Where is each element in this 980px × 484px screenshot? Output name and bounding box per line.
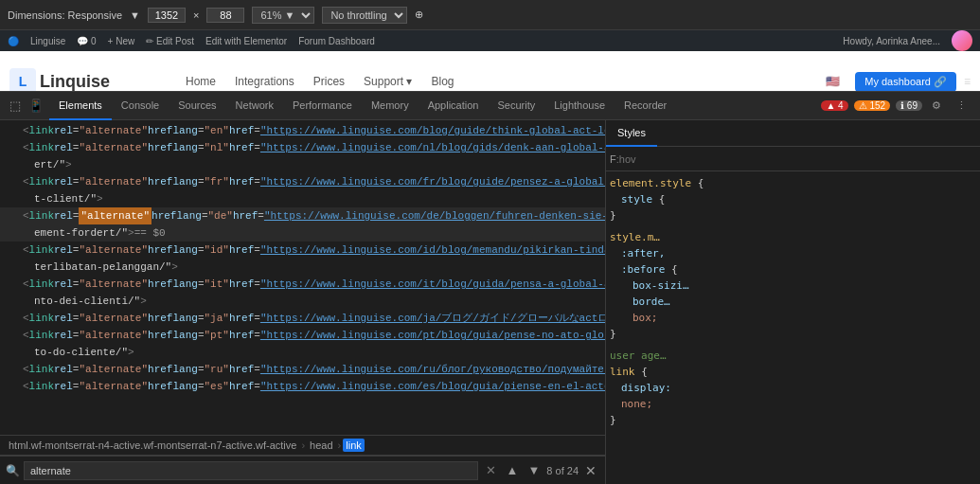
code-line: <link rel="alternate" hreflang="en" href… xyxy=(0,122,605,139)
tab-memory[interactable]: Memory xyxy=(362,92,419,120)
breadcrumb-html[interactable]: html.wf-montserrat-n4-active.wf-montserr… xyxy=(6,439,299,452)
breadcrumb-sep2: › xyxy=(338,439,342,451)
more-icon[interactable]: ⋮ xyxy=(951,98,972,114)
devtools-panel: ⬚ 📱 Elements Console Sources Network Per… xyxy=(0,92,980,484)
nav-prices[interactable]: Prices xyxy=(313,75,345,88)
breadcrumb-sep: › xyxy=(301,439,305,451)
settings-icon[interactable]: ⚙ xyxy=(926,98,947,114)
tab-elements[interactable]: Elements xyxy=(49,92,112,120)
code-content[interactable]: <link rel="alternate" hreflang="en" href… xyxy=(0,120,605,435)
elements-panel: <link rel="alternate" hreflang="en" href… xyxy=(0,120,606,484)
code-line: <link rel="alternate" hreflang="ru" href… xyxy=(0,361,605,378)
search-next-icon[interactable]: ▼ xyxy=(525,463,543,477)
error-count: ▲ 4 xyxy=(821,100,847,111)
tab-sources[interactable]: Sources xyxy=(169,92,225,120)
tab-security[interactable]: Security xyxy=(488,92,544,120)
tab-network[interactable]: Network xyxy=(226,92,283,120)
nav-integrations[interactable]: Integrations xyxy=(235,75,294,88)
tab-console[interactable]: Console xyxy=(112,92,169,120)
devtools-tab-bar: ⬚ 📱 Elements Console Sources Network Per… xyxy=(0,92,980,120)
dimensions-label: Dimensions: Responsive xyxy=(8,9,122,21)
preview-area: 🔵 Linguise 💬 0 + New ✏ Edit Post Edit wi… xyxy=(0,30,980,92)
wp-logo: 🔵 xyxy=(8,36,19,46)
search-icon: 🔍 xyxy=(6,464,20,477)
avatar xyxy=(952,30,972,51)
breadcrumb-head[interactable]: head xyxy=(307,439,335,452)
tab-styles[interactable]: Styles xyxy=(606,120,657,147)
code-line-highlight: ement-fordert/"> == $0 xyxy=(0,224,605,242)
search-clear-icon[interactable]: ✕ xyxy=(482,463,500,477)
wifi-icon: ⊕ xyxy=(415,9,423,21)
flag-icon: 🇺🇸 xyxy=(826,75,840,88)
code-line: ert/"> xyxy=(0,156,605,173)
logo-icon: L xyxy=(9,68,36,92)
search-result-count: 8 of 24 xyxy=(546,465,579,476)
breadcrumb-link[interactable]: link xyxy=(343,439,365,452)
code-line: <link rel="alternate" hreflang="it" href… xyxy=(0,276,605,293)
breadcrumb: html.wf-montserrat-n4-active.wf-montserr… xyxy=(0,435,605,456)
width-input[interactable] xyxy=(148,8,186,23)
devtools-tab-icons: ▲ 4 ⚠ 152 ℹ 69 ⚙ ⋮ xyxy=(819,98,976,114)
styles-filter-bar: F xyxy=(606,147,980,171)
x-sep: × xyxy=(193,9,199,21)
nav-home[interactable]: Home xyxy=(186,75,216,88)
site-preview: L Linquise Home Integrations Prices Supp… xyxy=(0,51,980,92)
code-line: <link rel="alternate" hreflang="ja" href… xyxy=(0,310,605,327)
tab-lighthouse[interactable]: Lighthouse xyxy=(544,92,615,120)
code-line: to-do-cliente/"> xyxy=(0,344,605,361)
code-line: <link rel="alternate" hreflang="id" href… xyxy=(0,242,605,259)
filter-icon: F xyxy=(610,153,616,165)
style-rule-after: style.m… :after, :before { box-sizi… bor… xyxy=(610,229,976,342)
throttle-select[interactable]: No throttling xyxy=(322,7,407,24)
code-line: terlibatan-pelanggan/"> xyxy=(0,259,605,276)
search-bar: 🔍 ✕ ▲ ▼ 8 of 24 ✕ xyxy=(0,456,605,484)
browser-toolbar: Dimensions: Responsive ▼ × 61% ▼ No thro… xyxy=(0,0,980,30)
styles-panel: Styles F element.style { style { } style… xyxy=(606,120,980,484)
tab-performance[interactable]: Performance xyxy=(283,92,362,120)
hamburger-icon: ≡ xyxy=(964,75,971,88)
devtools-body: <link rel="alternate" hreflang="en" href… xyxy=(0,120,980,484)
info-count: ℹ 69 xyxy=(896,100,922,111)
styles-filter-input[interactable] xyxy=(616,153,976,165)
code-line-highlight: <link rel="alternate" hreflang="de" href… xyxy=(0,207,605,224)
site-logo: L Linquise xyxy=(9,68,110,92)
search-prev-icon[interactable]: ▲ xyxy=(504,463,522,477)
warn-count: ⚠ 152 xyxy=(854,100,890,111)
style-rule-element: element.style { style { } xyxy=(610,175,976,224)
inspect-icon[interactable]: ⬚ xyxy=(8,97,23,115)
code-line: t-client/"> xyxy=(0,190,605,207)
tab-recorder[interactable]: Recorder xyxy=(615,92,676,120)
zoom-select[interactable]: 61% ▼ xyxy=(252,7,314,24)
tab-application[interactable]: Application xyxy=(419,92,489,120)
code-line: <link rel="alternate" hreflang="nl" href… xyxy=(0,139,605,156)
dimensions-sep: ▼ xyxy=(130,9,140,21)
devtools-left-icons: ⬚ 📱 xyxy=(4,97,49,115)
code-line: nto-dei-clienti/"> xyxy=(0,293,605,310)
height-input[interactable] xyxy=(206,8,244,23)
device-icon[interactable]: 📱 xyxy=(27,97,45,115)
code-line: <link rel="alternate" hreflang="es" href… xyxy=(0,378,605,395)
code-line: <link rel="alternate" hreflang="pt" href… xyxy=(0,327,605,344)
styles-content: element.style { style { } style.m… :afte… xyxy=(606,171,980,484)
styles-panel-tabs: Styles xyxy=(606,120,980,147)
code-line: <link rel="alternate" hreflang="fr" href… xyxy=(0,173,605,190)
search-input[interactable] xyxy=(24,461,478,480)
dashboard-btn[interactable]: My dashboard 🔗 xyxy=(855,72,956,92)
style-rule-link: user age… link { display: none; } xyxy=(610,348,976,428)
site-nav: Home Integrations Prices Support ▾ Blog xyxy=(186,75,454,88)
wp-admin-bar: 🔵 Linguise 💬 0 + New ✏ Edit Post Edit wi… xyxy=(0,30,980,51)
nav-support[interactable]: Support ▾ xyxy=(364,75,412,88)
nav-blog[interactable]: Blog xyxy=(431,75,454,88)
search-close-icon[interactable]: ✕ xyxy=(582,463,599,478)
logo-text: Linquise xyxy=(40,72,110,92)
